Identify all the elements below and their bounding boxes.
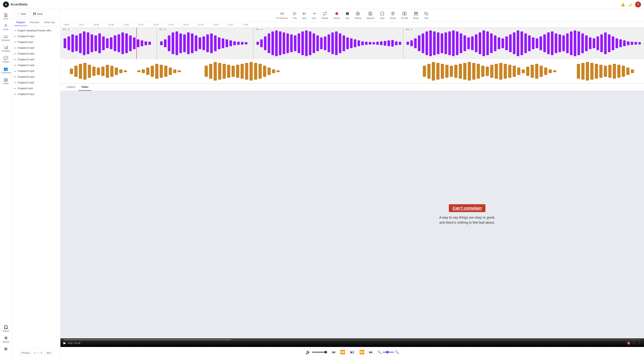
save-button[interactable]: 💾 Save (30, 11, 46, 16)
segment-canvas: SEG_11 (60, 28, 644, 59)
zoom-track[interactable] (383, 352, 394, 352)
prev-page-button[interactable]: Previous (19, 351, 32, 355)
svg-rect-173 (101, 66, 104, 76)
timeline-ruler: 00:56 00:57 00:58 00:59 01:00 01:01 01:0… (60, 22, 644, 28)
list-item[interactable]: ▶ Chapter22.mp3 (12, 80, 60, 86)
sidebar-settings-label: Settings (2, 341, 9, 343)
zoom-out-icon[interactable]: 🔍 (378, 350, 382, 354)
player-controls: ▶ 4:03 / 14:16 🔇 ⛶ ⋮ (64, 341, 641, 345)
list-item[interactable]: ▶ Chapter24.mp3 (12, 51, 60, 56)
list-item[interactable]: ▶ Chapter15.mp3 (12, 45, 60, 51)
list-item[interactable]: ▶ Chapter3.mp3 (12, 86, 60, 91)
svg-rect-226 (513, 66, 516, 77)
time-marker: 01:00 (123, 23, 138, 26)
segment-seg14[interactable]: SEG_14 (403, 28, 644, 59)
toolbar-next[interactable]: Next (300, 10, 309, 20)
tab-favorites[interactable]: Favorites (27, 19, 42, 26)
svg-rect-180 (142, 70, 145, 73)
svg-rect-114 (444, 32, 447, 54)
sidebar-item-studio[interactable]: 🎙 Studio (1, 22, 11, 32)
app-logo[interactable]: A AccentDaily (3, 2, 28, 8)
list-item[interactable]: ▶ Chapter17.mp3 (12, 62, 60, 68)
svg-rect-197 (240, 64, 244, 79)
toolbar-record[interactable]: Record (331, 10, 342, 20)
sidebar-item-support[interactable]: 🎧 Support (1, 324, 11, 334)
segment-waveform[interactable]: SEG_11 (60, 28, 644, 59)
svg-rect-47 (179, 34, 182, 53)
svg-rect-179 (137, 70, 140, 72)
toolbar-split[interactable]: JE Split (398, 10, 410, 20)
avatar[interactable]: T (635, 2, 641, 8)
sidebar-item-dictionary[interactable]: 📖 Dictionary (1, 33, 11, 43)
video-progress-bar[interactable] (64, 340, 641, 340)
volume-slider[interactable] (312, 352, 327, 352)
sidebar-item-settings[interactable]: ⚙ Settings (1, 334, 11, 344)
toolbar-merge[interactable]: Merge (410, 10, 422, 20)
skip-to-start-button[interactable]: ⏮ (332, 350, 336, 354)
list-item[interactable]: ▶ Chapter22.mp3 (12, 34, 60, 39)
notification-icon[interactable]: 🔔 (621, 2, 625, 6)
toolbar-seek[interactable]: Seek (309, 10, 319, 20)
tab-playlist[interactable]: Playlist (14, 19, 27, 26)
skip-to-end-button[interactable]: ⏭ (369, 350, 373, 354)
segment-seg11[interactable]: SEG_11 (60, 28, 157, 59)
svg-rect-246 (622, 66, 625, 77)
list-item[interactable]: ▶ English Speaking Practice with... (12, 28, 60, 34)
volume-icon[interactable]: 🔊 (306, 350, 310, 354)
toolbar-hide[interactable]: Hide (422, 10, 431, 20)
svg-rect-201 (258, 64, 262, 79)
sidebar-item-panel[interactable]: ⊞ (1, 345, 11, 352)
toolbar-play[interactable]: Play (290, 10, 300, 20)
tab-caption[interactable]: Caption (64, 84, 78, 91)
svg-rect-141 (547, 32, 550, 54)
toolbar-delete[interactable]: Delete (387, 10, 398, 20)
sidebar-studio-label: Studio (3, 28, 8, 30)
svg-rect-77 (302, 31, 304, 55)
sidebar-item-community[interactable]: 👥 Community (1, 65, 11, 75)
sidebar-item-chatbot[interactable]: 💬 Chatbot (1, 54, 11, 64)
toolbar-clear[interactable]: Clear (377, 10, 387, 20)
new-button[interactable]: 📄 New (14, 11, 29, 16)
svg-rect-196 (236, 65, 239, 78)
segment-seg13[interactable]: SEG_13 (253, 28, 403, 59)
svg-rect-100 (388, 40, 390, 46)
list-item[interactable]: ▶ Chapter12.mp3 (12, 56, 60, 62)
tab-video[interactable]: Video (78, 84, 92, 91)
tab-audio-clip[interactable]: Audio Clip (42, 19, 57, 26)
zoom-in-icon[interactable]: 🔍 (395, 350, 399, 354)
playlist-tabs: Playlist Favorites Audio Clip (12, 19, 60, 26)
segment-seg12[interactable]: SEG_12 (157, 28, 253, 59)
video-play-button[interactable]: ▶ (64, 341, 66, 345)
sidebar-item-center[interactable]: 🏢 Center (1, 76, 11, 86)
toolbar-segment[interactable]: Segment (364, 10, 377, 20)
rewind-button[interactable]: ⏪ (340, 350, 345, 354)
fullscreen-icon[interactable]: ⛶ (633, 341, 636, 345)
toolbar-stop[interactable]: Stop (342, 10, 352, 20)
fast-forward-button[interactable]: ⏩ (359, 350, 364, 354)
list-item[interactable]: ▶ Chapter21.mp3 (12, 68, 60, 74)
sidebar-item-home[interactable]: 🏠 Home (1, 11, 11, 21)
svg-rect-137 (532, 37, 534, 49)
svg-rect-98 (380, 41, 382, 45)
svg-rect-89 (346, 37, 349, 49)
play-pause-button[interactable]: ⏯ (350, 349, 355, 355)
volume-off-icon[interactable]: 🔇 (627, 341, 630, 345)
toolbar-setting[interactable]: Setting (352, 10, 364, 20)
svg-rect-154 (596, 36, 599, 50)
toolbar-repeat[interactable]: Repeat (319, 10, 330, 20)
more-options-icon[interactable]: ⋮ (638, 341, 641, 345)
next-page-button[interactable]: Next (44, 351, 53, 355)
svg-rect-107 (418, 36, 420, 51)
list-item[interactable]: ▶ Chapter15.mp3 (12, 91, 60, 97)
toolbar-previous[interactable]: CO Previous (273, 10, 290, 20)
svg-rect-76 (298, 34, 300, 53)
theme-icon[interactable]: 🌙 (628, 2, 632, 6)
svg-rect-172 (97, 68, 100, 75)
svg-rect-79 (309, 31, 311, 55)
list-item[interactable]: ▶ Chapter16.mp3 (12, 74, 60, 80)
svg-rect-124 (482, 30, 485, 56)
svg-rect-167 (74, 66, 78, 77)
list-item[interactable]: ▶ Chapter9.mp3 (12, 39, 60, 45)
playlist-header: 📄 New 💾 Save (12, 9, 60, 19)
sidebar-item-evaluation[interactable]: 📊 Evaluation (1, 44, 11, 54)
